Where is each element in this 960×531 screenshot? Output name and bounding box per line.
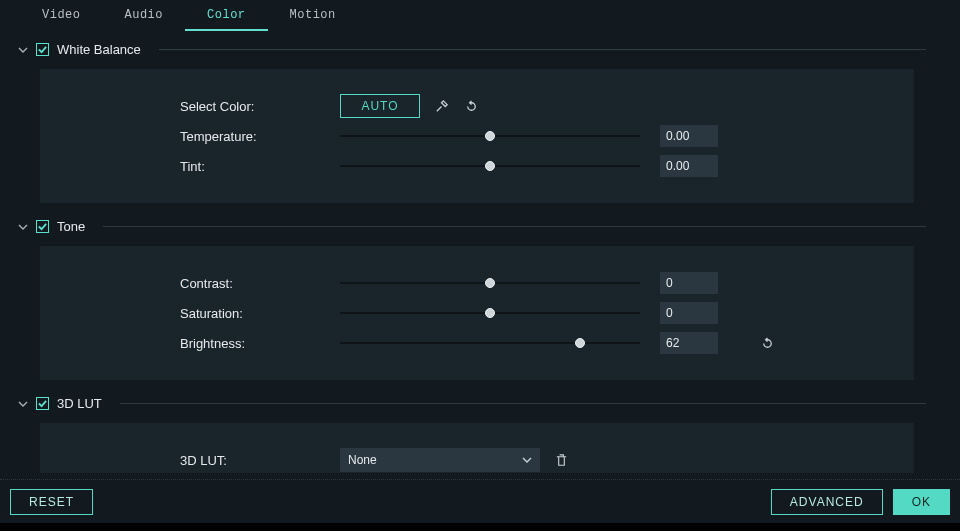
section-header-white-balance: White Balance [0, 32, 944, 65]
select-3dlut[interactable]: None [340, 448, 540, 472]
input-brightness[interactable] [660, 332, 718, 354]
select-value: None [348, 453, 377, 467]
divider [103, 226, 926, 227]
section-title: White Balance [57, 42, 141, 57]
slider-thumb[interactable] [485, 278, 495, 288]
input-tint[interactable] [660, 155, 718, 177]
input-temperature[interactable] [660, 125, 718, 147]
tab-bar: Video Audio Color Motion [0, 0, 960, 32]
label-tint: Tint: [180, 159, 340, 174]
slider-saturation[interactable] [340, 306, 640, 320]
slider-thumb[interactable] [485, 161, 495, 171]
input-saturation[interactable] [660, 302, 718, 324]
section-header-3dlut: 3D LUT [0, 386, 944, 419]
chevron-down-icon [522, 455, 532, 465]
auto-button[interactable]: AUTO [340, 94, 420, 118]
label-saturation: Saturation: [180, 306, 340, 321]
section-body-white-balance: Select Color: AUTO Temperature: Tint: [40, 69, 914, 203]
eyedropper-icon[interactable] [432, 97, 450, 115]
checkbox-tone[interactable] [36, 220, 49, 233]
checkbox-white-balance[interactable] [36, 43, 49, 56]
label-select-color: Select Color: [180, 99, 340, 114]
chevron-down-icon[interactable] [18, 222, 28, 232]
tab-audio[interactable]: Audio [103, 0, 186, 31]
slider-contrast[interactable] [340, 276, 640, 290]
ok-button[interactable]: OK [893, 489, 950, 515]
section-title: 3D LUT [57, 396, 102, 411]
tab-video[interactable]: Video [20, 0, 103, 31]
section-header-tone: Tone [0, 209, 944, 242]
checkbox-3dlut[interactable] [36, 397, 49, 410]
bottom-strip [0, 523, 960, 531]
section-body-3dlut: 3D LUT: None [40, 423, 914, 473]
label-3dlut: 3D LUT: [180, 453, 340, 468]
divider [159, 49, 926, 50]
input-contrast[interactable] [660, 272, 718, 294]
reset-icon[interactable] [758, 334, 776, 352]
advanced-button[interactable]: ADVANCED [771, 489, 883, 515]
slider-thumb[interactable] [485, 131, 495, 141]
slider-brightness[interactable] [340, 336, 640, 350]
reset-button[interactable]: RESET [10, 489, 93, 515]
tab-motion[interactable]: Motion [268, 0, 358, 31]
trash-icon[interactable] [552, 451, 570, 469]
slider-thumb[interactable] [575, 338, 585, 348]
label-contrast: Contrast: [180, 276, 340, 291]
chevron-down-icon[interactable] [18, 45, 28, 55]
slider-temperature[interactable] [340, 129, 640, 143]
footer-bar: RESET ADVANCED OK [0, 479, 960, 523]
reset-icon[interactable] [462, 97, 480, 115]
slider-tint[interactable] [340, 159, 640, 173]
slider-thumb[interactable] [485, 308, 495, 318]
color-panel-scroll[interactable]: White Balance Select Color: AUTO Tempera… [0, 32, 948, 473]
divider [120, 403, 926, 404]
tab-color[interactable]: Color [185, 0, 268, 31]
section-title: Tone [57, 219, 85, 234]
label-brightness: Brightness: [180, 336, 340, 351]
section-body-tone: Contrast: Saturation: Brightness: [40, 246, 914, 380]
label-temperature: Temperature: [180, 129, 340, 144]
chevron-down-icon[interactable] [18, 399, 28, 409]
